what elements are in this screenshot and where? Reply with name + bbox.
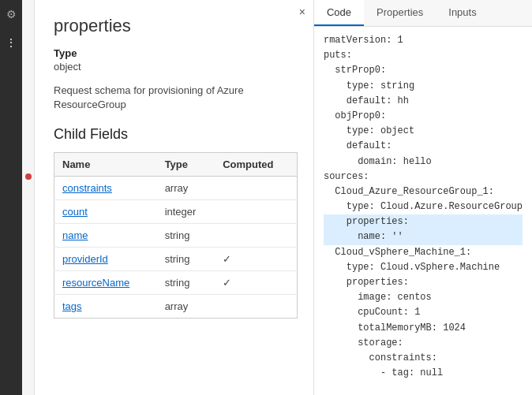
table-row: tagsarray [54, 295, 298, 319]
description-text: Request schema for provisioning of Azure… [54, 84, 298, 112]
field-name-link[interactable]: constraints [62, 182, 112, 194]
field-computed-cell [215, 224, 297, 248]
code-line: rmatVersion: 1 [324, 33, 523, 48]
table-row: countinteger [54, 200, 298, 224]
code-line: default: hh [324, 94, 523, 109]
field-type-cell: string [157, 224, 215, 248]
code-line: strProp0: [324, 63, 523, 78]
col-header-computed: Computed [215, 153, 297, 177]
code-line: name: '' [324, 229, 523, 244]
field-computed-cell: ✓ [215, 271, 297, 295]
code-line: objProp0: [324, 109, 523, 124]
code-line: constraints: [324, 351, 523, 366]
fields-table: Name Type Computed constraintsarraycount… [54, 152, 298, 319]
field-name-cell[interactable]: name [54, 224, 157, 248]
field-name-cell[interactable]: count [54, 200, 157, 224]
tab-code[interactable]: Code [314, 0, 364, 26]
col-header-name: Name [54, 153, 157, 177]
code-line: type: Cloud.vSphere.Machine [324, 260, 523, 275]
field-name-cell[interactable]: constraints [54, 177, 157, 200]
field-type-cell: integer [157, 200, 215, 224]
code-tabs: Code Properties Inputs [314, 0, 532, 27]
marker-dot [25, 173, 32, 180]
field-name-cell[interactable]: resourceName [54, 271, 157, 295]
code-line: image: centos [324, 290, 523, 305]
field-computed-cell: ✓ [215, 248, 297, 271]
field-name-link[interactable]: resourceName [62, 277, 129, 289]
col-header-type: Type [157, 153, 215, 177]
field-name-link[interactable]: count [62, 206, 88, 218]
code-line: properties: [324, 275, 523, 290]
field-name-link[interactable]: tags [62, 300, 82, 312]
type-value: object [54, 61, 298, 73]
code-line: - tag: null [324, 366, 523, 381]
table-row: providerIdstring✓ [54, 248, 298, 271]
code-line: type: Cloud.Azure.ResourceGroup [324, 199, 523, 214]
code-line: properties: [324, 214, 523, 229]
code-line: type: string [324, 79, 523, 94]
table-row: resourceNamestring✓ [54, 271, 298, 295]
panel-title: properties [54, 16, 298, 36]
field-type-cell: string [157, 271, 215, 295]
field-computed-cell [215, 177, 297, 200]
code-line: Cloud_Azure_ResourceGroup_1: [324, 184, 523, 199]
code-line: Cloud_vSphere_Machine_1: [324, 245, 523, 260]
field-computed-cell [215, 200, 297, 224]
settings-icon[interactable]: ⚙ [3, 6, 19, 22]
field-type-cell: array [157, 295, 215, 319]
left-sidebar: ⚙ ⋮ [0, 0, 22, 395]
table-row: namestring [54, 224, 298, 248]
table-row: constraintsarray [54, 177, 298, 200]
code-line: domain: hello [324, 155, 523, 170]
checkmark-icon: ✓ [223, 277, 231, 289]
code-line: cpuCount: 1 [324, 305, 523, 320]
more-icon[interactable]: ⋮ [3, 35, 19, 50]
properties-panel: × properties Type object Request schema … [35, 0, 314, 395]
tab-properties[interactable]: Properties [364, 0, 436, 26]
field-type-cell: array [157, 177, 215, 200]
field-name-link[interactable]: providerId [62, 253, 108, 265]
code-content[interactable]: rmatVersion: 1puts: strProp0: type: stri… [314, 27, 532, 395]
code-line: type: object [324, 124, 523, 139]
code-panel: Code Properties Inputs rmatVersion: 1put… [314, 0, 532, 395]
checkmark-icon: ✓ [223, 253, 231, 265]
field-name-cell[interactable]: tags [54, 295, 157, 319]
field-computed-cell [215, 295, 297, 319]
code-line: default: [324, 139, 523, 154]
code-line: puts: [324, 48, 523, 63]
child-fields-title: Child Fields [54, 126, 298, 143]
code-line: storage: [324, 336, 523, 351]
code-line: sources: [324, 170, 523, 184]
type-label: Type [54, 47, 298, 59]
field-name-link[interactable]: name [62, 229, 88, 241]
field-name-cell[interactable]: providerId [54, 248, 157, 271]
tab-inputs[interactable]: Inputs [436, 0, 489, 26]
left-markers [22, 0, 35, 395]
code-line: totalMemoryMB: 1024 [324, 321, 523, 336]
field-type-cell: string [157, 248, 215, 271]
close-button[interactable]: × [299, 6, 305, 17]
